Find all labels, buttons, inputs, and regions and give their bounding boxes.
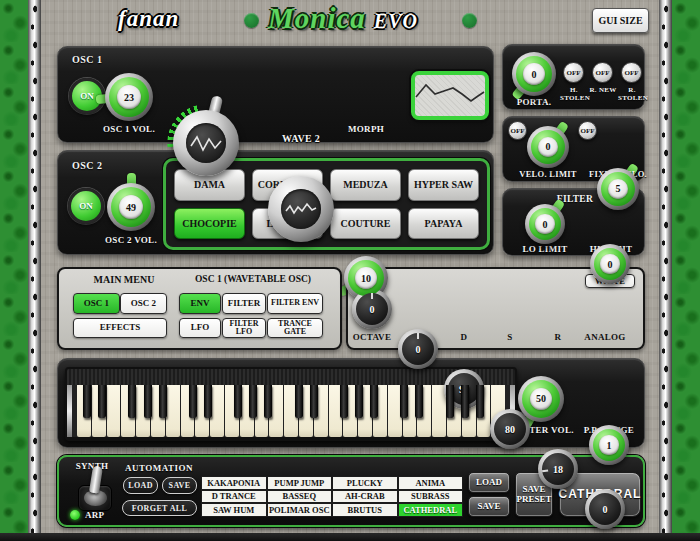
piano-black-key[interactable] — [355, 385, 363, 418]
piano-black-key[interactable] — [340, 385, 348, 418]
wavetable-hyper-saw[interactable]: HYPER SAW — [408, 169, 479, 201]
release-knob[interactable]: 18 — [538, 449, 578, 489]
piano-black-key[interactable] — [159, 385, 167, 418]
synth-arp-switch[interactable] — [75, 469, 115, 513]
analog-knob[interactable]: 0 — [585, 489, 625, 529]
main-menu-panel: MAIN MENU OSC 1 OSC 2 EFFECTS OSC 1 (WAV… — [57, 267, 342, 350]
lo-limit-value: 0 — [535, 214, 554, 233]
preset-pump-jump[interactable]: PUMP JUMP — [267, 476, 333, 490]
osc2-volume-value: 49 — [119, 195, 143, 219]
preset-plucky[interactable]: PLUCKY — [332, 476, 398, 490]
osc1-panel: OSC 1 ON 23 OSC 1 VOL. WAVE 1 WAVE 2 — [57, 46, 494, 143]
wave1-face — [186, 123, 226, 163]
title-text: Monica — [268, 2, 366, 35]
piano-black-key[interactable] — [476, 385, 484, 418]
piano-black-key[interactable] — [249, 385, 257, 418]
wave1-knob[interactable] — [173, 110, 239, 176]
piano-black-key[interactable] — [264, 385, 272, 418]
piano-white-key[interactable] — [166, 385, 180, 437]
r-stolen-toggle[interactable]: OFF — [621, 62, 642, 83]
r-stolen-label: R. STOLEN — [618, 86, 646, 103]
osc2-on-button[interactable]: ON — [68, 188, 104, 224]
wavetable-papaya[interactable]: PAPAYA — [408, 208, 479, 240]
submenu-filter-lfo[interactable]: FILTER LFO — [222, 318, 266, 338]
keyboard-keys — [67, 385, 515, 437]
preset-subrass[interactable]: SUBRASS — [398, 490, 464, 504]
h-stolen-toggle[interactable]: OFF — [563, 62, 584, 83]
fixed-velo-toggle[interactable]: OFF — [578, 121, 597, 140]
release-value: 18 — [553, 464, 563, 475]
knob-cap: 1 — [593, 429, 625, 461]
piano-black-key[interactable] — [144, 385, 152, 418]
piano-black-key[interactable] — [295, 385, 303, 418]
osc2-section-label: OSC 2 — [72, 160, 103, 171]
preset-brutus[interactable]: BRUTUS — [332, 503, 398, 517]
knob-cap: 0 — [594, 248, 626, 280]
pb-range-knob[interactable]: 1 — [589, 425, 629, 465]
piano-white-key[interactable] — [210, 385, 224, 437]
preset-kakaponia[interactable]: KAKAPONIA — [201, 476, 267, 490]
velo-limit-toggle[interactable]: OFF — [508, 121, 527, 140]
preset-d-trance[interactable]: D TRANCE — [201, 490, 267, 504]
octave-knob[interactable]: 0 — [352, 289, 392, 329]
preset-load-button[interactable]: LOAD — [468, 472, 510, 493]
gui-size-button[interactable]: GUI SIZE — [592, 8, 649, 33]
knob-cap: 23 — [109, 77, 149, 117]
piano-black-key[interactable] — [234, 385, 242, 418]
menu-tab-effects[interactable]: EFFECTS — [73, 318, 167, 338]
piano-white-key[interactable] — [107, 385, 121, 437]
automation-forget-all-button[interactable]: FORGET ALL — [122, 500, 197, 516]
automation-save-button[interactable]: SAVE — [162, 477, 197, 494]
main-menu-header: MAIN MENU — [69, 274, 179, 285]
osc1-section-label: OSC 1 — [72, 54, 103, 65]
submenu-env[interactable]: ENV — [179, 293, 221, 314]
preset-polimar-osc[interactable]: POLIMAR OSC — [267, 503, 333, 517]
piano-black-key[interactable] — [189, 385, 197, 418]
title-logo: Monica EVO — [268, 2, 418, 35]
automation-header: AUTOMATION — [119, 463, 199, 473]
preset-cathedral[interactable]: CATHEDRAL — [398, 503, 464, 517]
wavetable-chocopie[interactable]: CHOCOPIE — [174, 208, 245, 240]
piano-black-key[interactable] — [370, 385, 378, 418]
osc2-volume-knob[interactable]: 49 — [107, 183, 155, 231]
preset-anima[interactable]: ANIMA — [398, 476, 464, 490]
piano-black-key[interactable] — [446, 385, 454, 418]
wavetable-couture[interactable]: COUTURE — [330, 208, 401, 240]
preset-saw-hum[interactable]: SAW HUM — [201, 503, 267, 517]
fixed-velo-knob[interactable]: 5 — [597, 168, 639, 210]
arp-led — [70, 510, 80, 520]
menu-tab-osc2[interactable]: OSC 2 — [120, 293, 167, 314]
piano-black-key[interactable] — [461, 385, 469, 418]
piano-black-key[interactable] — [83, 385, 91, 418]
wave2-knob[interactable] — [268, 176, 334, 242]
piano-black-key[interactable] — [400, 385, 408, 418]
submenu-filter-env[interactable]: FILTER ENV — [267, 293, 323, 314]
porta-knob[interactable]: 0 — [512, 52, 556, 96]
wave2-waveform-icon — [284, 196, 318, 222]
piano-black-key[interactable] — [98, 385, 106, 418]
lo-limit-knob[interactable]: 0 — [525, 204, 565, 244]
preset-save-button[interactable]: SAVE — [468, 496, 510, 517]
master-volume-knob[interactable]: 50 — [518, 376, 564, 422]
right-marble-trim — [672, 0, 700, 533]
r-new-toggle[interactable]: OFF — [592, 62, 613, 83]
knob-cap: 0 — [516, 56, 552, 92]
menu-tab-osc1[interactable]: OSC 1 — [73, 293, 120, 314]
porta-panel: 0 PORTA. OFF OFF OFF H. STOLEN R. NEW R.… — [502, 44, 645, 110]
hi-limit-knob[interactable]: 0 — [590, 244, 630, 284]
knob-cap: 49 — [111, 187, 151, 227]
velo-limit-knob[interactable]: 0 — [527, 126, 569, 168]
piano-black-key[interactable] — [204, 385, 212, 418]
preset-basseq[interactable]: BASSEQ — [267, 490, 333, 504]
automation-load-button[interactable]: LOAD — [123, 477, 158, 494]
preset-ah-crab[interactable]: AH-CRAB — [332, 490, 398, 504]
submenu-lfo[interactable]: LFO — [179, 318, 221, 338]
piano-black-key[interactable] — [415, 385, 423, 418]
wavetable-meduza[interactable]: MEDUZA — [330, 169, 401, 201]
piano-black-key[interactable] — [128, 385, 136, 418]
attack-knob[interactable]: 0 — [398, 329, 438, 369]
submenu-trance-gate[interactable]: TRANCE GATE — [267, 318, 323, 338]
osc1-volume-knob[interactable]: 23 — [105, 73, 153, 121]
submenu-filter[interactable]: FILTER — [222, 293, 266, 314]
piano-black-key[interactable] — [310, 385, 318, 418]
